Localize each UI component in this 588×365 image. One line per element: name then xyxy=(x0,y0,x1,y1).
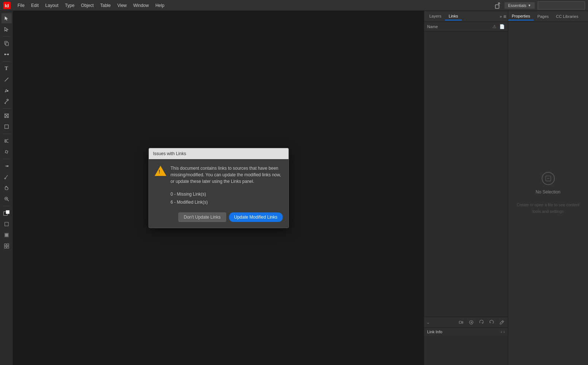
search-input[interactable] xyxy=(538,1,585,9)
link-info-prev-icon[interactable]: ‹ xyxy=(501,330,502,334)
go-to-link-icon[interactable] xyxy=(468,319,475,326)
svg-line-23 xyxy=(6,142,8,143)
svg-rect-24 xyxy=(5,150,8,153)
properties-content: No Selection Create or open a file to se… xyxy=(508,22,588,365)
dialog-buttons: Don't Update Links Update Modified Links xyxy=(155,212,283,223)
svg-line-49 xyxy=(502,321,503,322)
panel-tab-actions: » ≡ xyxy=(500,14,506,19)
share-icon[interactable] xyxy=(494,2,502,9)
tab-pages[interactable]: Pages xyxy=(534,13,552,20)
link-info-next-icon[interactable]: › xyxy=(503,330,505,334)
fill-stroke-tool[interactable] xyxy=(1,208,12,218)
dialog-title: Issues with Links xyxy=(153,151,186,156)
page-tool[interactable] xyxy=(1,38,12,49)
dialog-titlebar: Issues with Links xyxy=(149,148,289,159)
transform-tool[interactable] xyxy=(1,147,12,157)
toolbar-separator-5 xyxy=(3,159,11,159)
svg-rect-37 xyxy=(5,234,8,237)
dialog-body: This document contains links to sources … xyxy=(149,159,289,227)
link-info-section: Link Info ‹ › xyxy=(424,327,508,365)
toolbar-separator-2 xyxy=(3,61,11,62)
no-selection-icon xyxy=(542,172,555,185)
links-layers-panel: Layers Links » ≡ Name ⚠ 📄 ⌄ xyxy=(424,11,508,365)
type-tool[interactable]: T xyxy=(1,64,12,74)
gap-tool[interactable] xyxy=(1,49,12,59)
svg-rect-9 xyxy=(7,54,9,55)
tab-properties[interactable]: Properties xyxy=(508,12,534,20)
dialog-stats: 0 - Missing Link(s) 6 - Modified Link(s) xyxy=(171,191,283,206)
svg-marker-4 xyxy=(5,16,8,20)
warning-icon xyxy=(155,165,166,177)
panel-flyout-arrow[interactable]: » xyxy=(500,14,502,19)
dont-update-links-button[interactable]: Don't Update Links xyxy=(178,212,226,222)
col-name-label: Name xyxy=(427,24,492,29)
page-col-icon: 📄 xyxy=(499,24,505,29)
links-content xyxy=(424,31,508,317)
svg-line-29 xyxy=(7,200,9,201)
menu-help[interactable]: Help xyxy=(152,1,167,9)
svg-rect-2 xyxy=(495,5,499,8)
hand-tool[interactable] xyxy=(1,183,12,193)
essentials-button[interactable]: Essentials ▼ xyxy=(504,2,535,9)
update-link-icon[interactable] xyxy=(478,319,485,326)
adobe-logo: Id xyxy=(3,1,11,9)
pencil-tool[interactable] xyxy=(1,96,12,107)
edit-original-icon[interactable] xyxy=(498,319,506,326)
svg-marker-5 xyxy=(5,27,8,31)
update-modified-links-button[interactable]: Update Modified Links xyxy=(229,212,283,222)
main-layout: T xyxy=(0,11,588,365)
svg-line-11 xyxy=(5,78,8,81)
update-all-links-icon[interactable] xyxy=(488,319,495,326)
svg-rect-25 xyxy=(5,165,8,167)
menu-edit[interactable]: Edit xyxy=(28,1,42,9)
line-tool[interactable] xyxy=(1,74,12,85)
dialog-overlay: Issues with Links This document contains… xyxy=(13,11,424,365)
gradient-tool[interactable] xyxy=(1,161,12,171)
svg-line-22 xyxy=(6,139,8,140)
panel-menu-icon[interactable]: ≡ xyxy=(503,14,506,19)
eyedropper-tool[interactable] xyxy=(1,172,12,182)
chevron-down-links-icon[interactable]: ⌄ xyxy=(426,320,430,325)
svg-rect-38 xyxy=(4,244,6,246)
menu-bar: Id File Edit Layout Type Object Table Vi… xyxy=(0,0,588,11)
svg-rect-8 xyxy=(4,54,6,55)
menu-view[interactable]: View xyxy=(114,1,129,9)
link-info-header: Link Info ‹ › xyxy=(424,328,508,336)
toolbar-separator-6 xyxy=(3,206,11,206)
svg-point-21 xyxy=(5,141,6,142)
scissors-tool[interactable] xyxy=(1,136,12,146)
pen-tool[interactable] xyxy=(1,85,12,96)
modified-links-stat: 6 - Modified Link(s) xyxy=(171,199,283,207)
warning-triangle xyxy=(155,166,166,176)
svg-line-26 xyxy=(5,175,8,178)
relink-icon[interactable] xyxy=(457,319,465,326)
tab-cc-libraries[interactable]: CC Libraries xyxy=(552,13,582,20)
preview-mode-tool[interactable] xyxy=(1,230,12,240)
canvas-area: Issues with Links This document contains… xyxy=(13,11,424,365)
normal-mode-tool[interactable] xyxy=(1,219,12,229)
svg-rect-41 xyxy=(7,246,9,248)
menu-file[interactable]: File xyxy=(15,1,27,9)
menu-window[interactable]: Window xyxy=(130,1,152,9)
menu-layout[interactable]: Layout xyxy=(42,1,61,9)
frame-tool[interactable] xyxy=(1,111,12,121)
menu-type[interactable]: Type xyxy=(62,1,77,9)
tab-links[interactable]: Links xyxy=(445,12,462,20)
zoom-tool[interactable] xyxy=(1,194,12,204)
menu-right: Essentials ▼ xyxy=(494,1,585,9)
svg-rect-19 xyxy=(5,125,8,128)
create-open-file-message: Create or open a file to see content too… xyxy=(515,202,581,215)
issues-with-links-dialog: Issues with Links This document contains… xyxy=(148,148,289,228)
tab-layers[interactable]: Layers xyxy=(426,12,445,20)
menu-table[interactable]: Table xyxy=(97,1,114,9)
link-info-label: Link Info xyxy=(427,330,501,334)
selection-tool[interactable] xyxy=(1,13,12,23)
menu-object[interactable]: Object xyxy=(78,1,97,9)
rect-tool[interactable] xyxy=(1,122,12,132)
direct-selection-tool[interactable] xyxy=(1,24,12,34)
svg-point-12 xyxy=(7,91,8,92)
svg-marker-15 xyxy=(5,103,5,104)
dialog-warning-row: This document contains links to sources … xyxy=(155,165,283,185)
grid-tool[interactable] xyxy=(1,241,12,251)
link-info-body xyxy=(424,336,508,365)
